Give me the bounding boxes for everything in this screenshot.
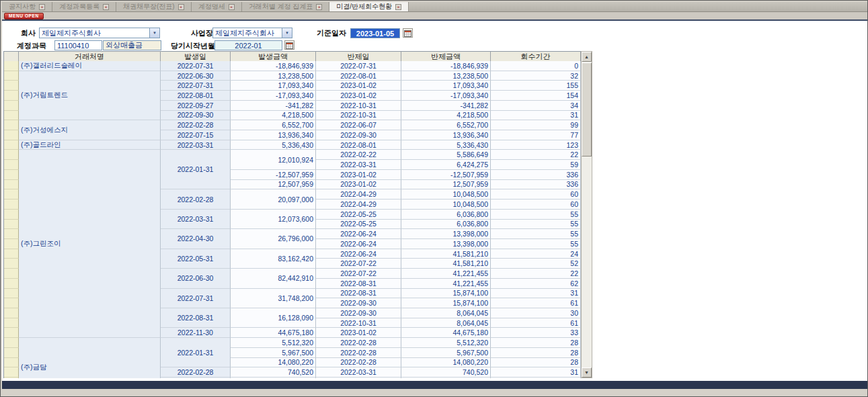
collect-days-cell[interactable]: 55 [491, 220, 581, 230]
settle-amount-cell[interactable]: 41,221,455 [401, 279, 491, 289]
row-header-cell[interactable] [4, 229, 19, 239]
row-header-cell[interactable] [4, 189, 19, 200]
settle-amount-cell[interactable]: 5,336,430 [401, 140, 491, 150]
collect-days-cell[interactable]: 22 [491, 150, 581, 160]
settle-date-cell[interactable]: 2022-09-30 [316, 298, 401, 308]
occur-date-cell[interactable]: 2022-03-31 [161, 378, 231, 378]
occur-date-cell[interactable]: 2022-04-30 [161, 229, 231, 249]
occur-amount-cell[interactable]: 5,336,430 [231, 140, 316, 150]
settle-date-cell[interactable]: 2022-09-30 [316, 130, 401, 140]
settle-amount-cell[interactable]: 17,093,340 [401, 81, 491, 91]
company-select[interactable]: 제일제지주식회사 ▼ [39, 28, 160, 38]
row-header-cell[interactable] [4, 249, 19, 259]
occur-date-cell[interactable]: 2022-07-31 [161, 81, 231, 91]
occur-date-cell[interactable]: 2022-02-28 [161, 367, 231, 378]
settle-date-cell[interactable]: 2022-08-31 [316, 289, 401, 299]
settle-date-cell[interactable]: 2022-02-28 [316, 338, 401, 348]
occur-amount-cell[interactable]: 12,010,924 [231, 150, 316, 169]
collect-days-cell[interactable]: 62 [491, 279, 581, 289]
period-start-input[interactable] [214, 40, 282, 50]
name-cell[interactable]: (주)그린조이 [19, 150, 161, 338]
name-cell[interactable]: (주)갤러리드슬레이 [19, 61, 161, 71]
collect-days-cell[interactable]: 61 [491, 318, 581, 328]
row-header-cell[interactable] [4, 71, 19, 81]
occur-amount-cell[interactable]: -341,282 [231, 101, 316, 111]
settle-date-cell[interactable]: 2022-08-31 [316, 279, 401, 289]
settle-amount-cell[interactable]: 4,218,500 [401, 111, 491, 121]
row-header-cell[interactable] [4, 348, 19, 358]
settle-amount-cell[interactable]: 5,586,649 [401, 150, 491, 160]
settle-date-cell[interactable]: 2022-03-31 [316, 160, 401, 170]
collect-days-cell[interactable]: 55 [491, 239, 581, 249]
settle-amount-cell[interactable]: 8,064,045 [401, 318, 491, 328]
row-header-cell[interactable] [4, 160, 19, 170]
occur-amount-cell[interactable]: -18,846,939 [231, 61, 316, 71]
collect-days-cell[interactable]: 154 [491, 91, 581, 101]
settle-amount-cell[interactable]: 12,507,959 [401, 180, 491, 190]
settle-amount-cell[interactable]: 15,874,100 [401, 289, 491, 299]
collect-days-cell[interactable]: 77 [491, 130, 581, 140]
settle-amount-cell[interactable]: 14,080,220 [401, 358, 491, 368]
account-name-input[interactable] [103, 40, 161, 50]
settle-date-cell[interactable]: 2022-06-07 [316, 120, 401, 130]
settle-amount-cell[interactable]: 6,552,700 [401, 120, 491, 130]
row-header-cell[interactable] [4, 338, 19, 348]
collect-days-cell[interactable]: 61 [491, 298, 581, 308]
settle-amount-cell[interactable]: 2,612,500 [401, 378, 491, 378]
occur-date-cell[interactable]: 2022-02-28 [161, 189, 231, 209]
collect-days-cell[interactable]: 52 [491, 259, 581, 269]
row-header-cell[interactable] [4, 269, 19, 279]
settle-date-cell[interactable]: 2022-02-28 [316, 358, 401, 368]
tab-close-icon[interactable]: × [178, 4, 184, 10]
scroll-down-icon[interactable]: ▼ [582, 367, 592, 378]
tab-close-icon[interactable]: × [395, 4, 401, 10]
row-header-cell[interactable] [4, 328, 19, 338]
occur-date-cell[interactable]: 2022-03-31 [161, 210, 231, 229]
base-date-input[interactable] [350, 28, 400, 38]
settle-amount-cell[interactable]: 6,424,275 [401, 160, 491, 170]
settle-amount-cell[interactable]: 41,581,210 [401, 259, 491, 269]
row-header-cell[interactable] [4, 318, 19, 328]
settle-amount-cell[interactable]: 6,036,800 [401, 220, 491, 230]
occur-amount-cell[interactable]: 26,796,000 [231, 229, 316, 249]
collect-days-cell[interactable]: 60 [491, 200, 581, 210]
settle-date-cell[interactable]: 2022-08-01 [316, 71, 401, 81]
settle-amount-cell[interactable]: -18,846,939 [401, 61, 491, 71]
settle-amount-cell[interactable]: 10,048,500 [401, 189, 491, 200]
tab-5[interactable]: 미결/반제회수현황× [329, 2, 409, 11]
collect-days-cell[interactable]: 99 [491, 120, 581, 130]
collect-days-cell[interactable]: 33 [491, 328, 581, 338]
settle-date-cell[interactable]: 2022-02-28 [316, 348, 401, 358]
vertical-scrollbar[interactable]: ▲ ▼ [581, 51, 592, 378]
collect-days-cell[interactable]: 24 [491, 249, 581, 259]
occur-amount-cell[interactable]: 83,162,420 [231, 249, 316, 269]
row-header-cell[interactable] [4, 367, 19, 378]
occur-date-cell[interactable]: 2022-07-31 [161, 61, 231, 71]
settle-amount-cell[interactable]: 13,398,000 [401, 239, 491, 249]
occur-date-cell[interactable]: 2022-08-01 [161, 91, 231, 101]
occur-amount-cell[interactable]: 82,442,910 [231, 269, 316, 288]
occur-date-cell[interactable]: 2022-03-31 [161, 140, 231, 150]
settle-date-cell[interactable]: 2023-01-02 [316, 180, 401, 190]
occur-amount-cell[interactable]: -17,093,340 [231, 91, 316, 101]
row-header-cell[interactable] [4, 91, 19, 101]
tab-close-icon[interactable]: × [103, 4, 109, 10]
occur-amount-cell[interactable]: -12,507,959 [231, 170, 316, 180]
collect-days-cell[interactable]: 34 [491, 101, 581, 111]
settle-date-cell[interactable]: 2023-01-02 [316, 170, 401, 180]
settle-amount-cell[interactable]: 15,874,100 [401, 298, 491, 308]
settle-amount-cell[interactable]: 8,064,045 [401, 308, 491, 318]
occur-amount-cell[interactable]: 2,612,500 [231, 378, 316, 378]
settle-date-cell[interactable]: 2022-05-25 [316, 220, 401, 230]
settle-amount-cell[interactable]: 10,048,500 [401, 200, 491, 210]
row-header-cell[interactable] [4, 111, 19, 121]
tab-3[interactable]: 계정명세× [192, 2, 242, 11]
row-header-cell[interactable] [4, 130, 19, 140]
settle-amount-cell[interactable]: 41,581,210 [401, 249, 491, 259]
collect-days-cell[interactable]: 123 [491, 140, 581, 150]
occur-amount-cell[interactable]: 4,218,500 [231, 111, 316, 121]
settle-date-cell[interactable]: 2023-01-02 [316, 328, 401, 338]
row-header-cell[interactable] [4, 279, 19, 289]
occur-date-cell[interactable]: 2022-07-15 [161, 130, 231, 140]
collect-days-cell[interactable]: 0 [491, 61, 581, 71]
